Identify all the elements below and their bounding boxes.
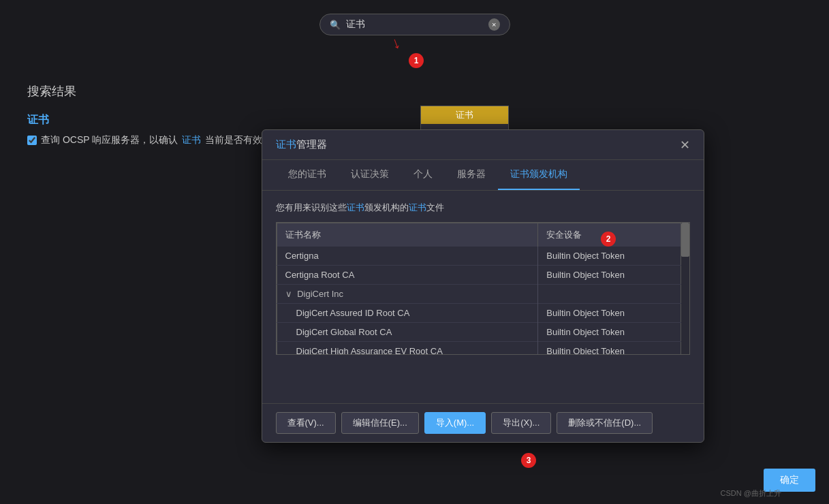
table-header-row: 证书名称 安全设备	[277, 223, 681, 247]
table-row[interactable]: DigiCert Assured ID Root CABuiltin Objec…	[277, 304, 681, 323]
cell-security-device: Builtin Object Token	[538, 304, 681, 323]
tab-ca-cert-part: 证书	[510, 168, 529, 179]
tab-your-certs[interactable]: 您的证书	[276, 160, 339, 190]
tab-auth-decisions[interactable]: 认证决策	[339, 160, 401, 190]
dialog-overlay: 证书管理器 ✕ 您的证书 认证决策 个人 服务器 证书颁发机构 您有用来识别这些…	[0, 0, 829, 504]
cell-cert-name: Certigna Root CA	[277, 266, 538, 285]
cell-security-device: Builtin Object Token	[538, 266, 681, 285]
table-row[interactable]: CertignaBuiltin Object Token	[277, 247, 681, 266]
delete-button[interactable]: 删除或不信任(D)...	[557, 412, 653, 434]
dialog-content: 您有用来识别这些证书颁发机构的证书文件 证书名称 安全设备 CertignaBu…	[262, 191, 704, 403]
export-button[interactable]: 导出(X)...	[491, 412, 551, 434]
cell-cert-name: Certigna	[277, 247, 538, 266]
cell-cert-name: DigiCert Assured ID Root CA	[277, 304, 538, 323]
desc-after: 颁发机构的	[364, 202, 409, 212]
dialog-title-cert: 证书	[276, 138, 296, 150]
table-scrollbar-thumb[interactable]	[681, 223, 689, 257]
desc-cert2: 证书	[409, 202, 426, 212]
table-row[interactable]: ∨ DigiCert Inc	[277, 285, 681, 304]
desc-end: 文件	[426, 202, 444, 212]
dialog-title-rest: 管理器	[296, 138, 327, 150]
tab-ca[interactable]: 证书颁发机构	[498, 160, 580, 190]
cell-security-device: Builtin Object Token	[538, 247, 681, 266]
view-button[interactable]: 查看(V)...	[276, 412, 336, 434]
table-row[interactable]: DigiCert High Assurance EV Root CABuilti…	[277, 342, 681, 356]
cell-cert-name: DigiCert Global Root CA	[277, 323, 538, 342]
dialog-titlebar: 证书管理器 ✕	[262, 130, 704, 160]
edit-trust-button[interactable]: 编辑信任(E)...	[341, 412, 419, 434]
cell-security-device: Builtin Object Token	[538, 323, 681, 342]
dialog-close-button[interactable]: ✕	[680, 139, 690, 151]
table-row[interactable]: Certigna Root CABuiltin Object Token	[277, 266, 681, 285]
tab-servers[interactable]: 服务器	[445, 160, 498, 190]
dialog-title: 证书管理器	[276, 138, 327, 151]
tab-ca-rest: 颁发机构	[529, 168, 567, 179]
dialog-action-buttons: 查看(V)... 编辑信任(E)... 导入(M)... 导出(X)... 删除…	[262, 403, 704, 442]
dialog-tabs: 您的证书 认证决策 个人 服务器 证书颁发机构	[262, 160, 704, 191]
cert-table-wrapper: 证书名称 安全设备 CertignaBuiltin Object TokenCe…	[276, 222, 690, 355]
annotation-badge-2: 2	[601, 232, 616, 247]
annotation-badge-3: 3	[521, 453, 536, 468]
dialog-description: 您有用来识别这些证书颁发机构的证书文件	[276, 202, 690, 214]
cell-cert-name: DigiCert High Assurance EV Root CA	[277, 342, 538, 356]
cert-table: 证书名称 安全设备 CertignaBuiltin Object TokenCe…	[277, 223, 681, 355]
table-row[interactable]: DigiCert Global Root CABuiltin Object To…	[277, 323, 681, 342]
table-scrollbar[interactable]	[681, 223, 689, 354]
desc-cert: 证书	[347, 202, 364, 212]
cell-cert-name: ∨ DigiCert Inc	[277, 285, 538, 304]
import-button[interactable]: 导入(M)...	[424, 412, 486, 434]
certificate-manager-dialog: 证书管理器 ✕ 您的证书 认证决策 个人 服务器 证书颁发机构 您有用来识别这些…	[262, 129, 704, 443]
desc-before: 您有用来识别这些	[276, 202, 347, 212]
tab-personal[interactable]: 个人	[401, 160, 445, 190]
cell-security-device: Builtin Object Token	[538, 342, 681, 356]
cell-security-device	[538, 285, 681, 304]
col-cert-name: 证书名称	[277, 223, 538, 247]
